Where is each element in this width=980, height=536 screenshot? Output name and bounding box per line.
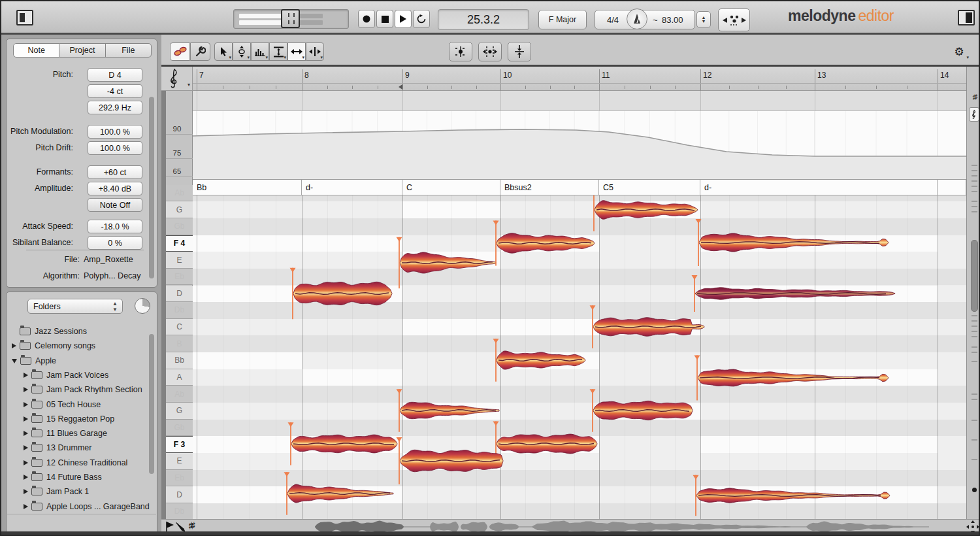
pitch-ruler-f3[interactable]: F 3 <box>166 436 193 453</box>
field-pitch-modulation-[interactable]: 100.0 % <box>88 125 142 139</box>
scale-sharps-icon[interactable]: ♯♯ <box>968 93 980 101</box>
tree-item[interactable]: Jam Pack Voices <box>24 369 108 382</box>
tab-file[interactable]: File <box>106 43 152 58</box>
leveling-macro-button[interactable] <box>508 42 531 61</box>
field--4-ct[interactable]: -4 ct <box>88 84 142 98</box>
settings-button[interactable]: ⚙▾ <box>949 43 970 60</box>
tree-item[interactable]: 14 Future Bass <box>24 471 102 484</box>
pitch-ruler-a[interactable]: A <box>166 369 193 386</box>
field-amplitude-[interactable]: +8.40 dB <box>88 182 142 195</box>
time-handle-tool[interactable]: ▾ <box>306 42 324 61</box>
disclosure-right-icon[interactable] <box>24 504 28 509</box>
tree-item[interactable]: 15 Reggaeton Pop <box>24 412 114 426</box>
content-pie-icon[interactable] <box>135 298 150 314</box>
correct-pitch-macro-button[interactable] <box>449 42 472 61</box>
disclosure-right-icon[interactable] <box>24 475 28 480</box>
field-sibilant-balance-[interactable]: 0 % <box>88 236 142 250</box>
chord-cell[interactable]: d- <box>302 180 402 195</box>
main-tool-arrow[interactable]: ▾ <box>214 42 233 61</box>
tree-item[interactable]: 11 Blues Garage <box>24 427 107 440</box>
sidebar-toggle-icon[interactable] <box>16 10 33 25</box>
pitch-ruler-d[interactable]: D <box>166 486 193 503</box>
disclosure-right-icon[interactable] <box>12 343 16 348</box>
field-pitch-[interactable]: D 4 <box>88 68 142 82</box>
disclosure-right-icon[interactable] <box>24 373 28 378</box>
pitch-ruler-ab[interactable]: Ab <box>166 185 193 202</box>
tab-note[interactable]: Note <box>13 43 59 58</box>
quantize-time-macro-button[interactable] <box>478 42 502 61</box>
marker-strip[interactable] <box>193 91 966 111</box>
pitch-tool[interactable]: ▾ <box>233 42 251 61</box>
pitch-ruler-e[interactable]: E <box>166 453 193 470</box>
disclosure-right-icon[interactable] <box>24 402 28 407</box>
tree-item[interactable]: Apple Loops ... GarageBand <box>24 500 150 513</box>
vertical-scrollbar-thumb[interactable] <box>971 240 978 312</box>
tempo-stepper[interactable]: ▲▼ <box>696 11 711 28</box>
tree-item[interactable]: Jazz Sessions <box>12 325 87 338</box>
tree-item[interactable]: Celemony songs <box>12 339 95 352</box>
pitch-ruler-d[interactable]: D <box>166 286 193 303</box>
tree-item[interactable]: Jam Pack Rhythm Section <box>24 383 142 396</box>
field-attack-speed-[interactable]: -18.0 % <box>88 220 142 233</box>
chord-track[interactable]: Bbd-CBbsus2C5d- <box>193 179 966 195</box>
blob-view-button[interactable] <box>170 42 190 61</box>
cycle-button[interactable] <box>413 10 430 28</box>
field-292-9-hz[interactable]: 292.9 Hz <box>88 101 142 114</box>
tree-item[interactable]: 05 Tech House <box>24 398 101 411</box>
tree-item[interactable]: 13 Drummer <box>24 441 91 454</box>
record-button[interactable] <box>358 10 375 28</box>
pitch-ruler-gb[interactable]: Gb <box>166 218 193 235</box>
tree-item[interactable]: Apple <box>12 354 56 367</box>
chord-cell[interactable]: C <box>402 180 500 195</box>
pitch-ruler-eb[interactable]: Eb <box>166 269 193 286</box>
disclosure-right-icon[interactable] <box>24 445 28 450</box>
timeline-overview[interactable]: ♯♯ <box>161 519 980 535</box>
note-grid[interactable] <box>193 195 966 519</box>
stop-button[interactable] <box>376 10 393 28</box>
pitch-ruler-g[interactable]: G <box>166 201 193 218</box>
play-button[interactable] <box>395 10 412 28</box>
metronome-icon[interactable] <box>627 8 647 29</box>
tab-project[interactable]: Project <box>59 43 105 58</box>
formant-tool[interactable]: ▾ <box>269 42 287 61</box>
timing-tool[interactable]: ▾ <box>287 42 306 61</box>
pitch-ruler-bb[interactable]: Bb <box>166 352 193 369</box>
browser-scrollbar[interactable] <box>149 334 154 474</box>
chord-cell[interactable] <box>938 180 966 195</box>
note-assignment-tool-button[interactable] <box>190 42 210 61</box>
pitch-ruler-ab[interactable]: Ab <box>166 386 193 403</box>
pitch-ruler-c[interactable]: C <box>166 319 193 336</box>
pitch-ruler-f4[interactable]: F 4 <box>166 235 193 252</box>
disclosure-right-icon[interactable] <box>24 387 28 392</box>
field-pitch-drift-[interactable]: 100.0 % <box>88 141 142 155</box>
clef-dropdown-icon[interactable]: ▾ <box>188 82 190 88</box>
chord-cell[interactable]: Bbsus2 <box>500 180 599 195</box>
field-formants-[interactable]: +60 ct <box>88 165 142 179</box>
key-button[interactable]: F Major <box>538 10 587 29</box>
disclosure-right-icon[interactable] <box>24 431 28 436</box>
inspector-scrollbar[interactable] <box>149 97 154 278</box>
pitch-ruler-e[interactable]: E <box>166 252 193 269</box>
field-note-off[interactable]: Note Off <box>88 198 142 212</box>
pitch-ruler-eb[interactable]: Eb <box>166 470 193 487</box>
pitch-ruler-gb[interactable]: Gb <box>166 420 193 437</box>
slider-handle[interactable] <box>281 9 300 28</box>
disclosure-right-icon[interactable] <box>24 416 28 422</box>
scale-clef-toggle[interactable] <box>969 107 979 122</box>
pitch-ruler-db[interactable]: Db <box>166 503 193 520</box>
chord-cell[interactable]: d- <box>700 180 938 195</box>
clef-corner[interactable]: ▾ <box>161 67 193 90</box>
tree-item[interactable]: 12 Chinese Traditional <box>24 456 127 469</box>
pitch-ruler-b[interactable]: B <box>166 335 193 352</box>
pan-zoom-icon[interactable] <box>966 520 979 533</box>
vibrato-tool[interactable]: ▾ <box>251 42 269 61</box>
pitch-ruler-g[interactable]: G <box>166 403 193 420</box>
chord-cell[interactable]: C5 <box>599 180 700 195</box>
right-scroll-lane[interactable]: ♯♯ <box>966 67 980 519</box>
panel-toggle-icon[interactable] <box>958 10 975 25</box>
zoom-scroll-slider[interactable] <box>233 9 349 29</box>
pitch-ruler-db[interactable]: Db <box>166 302 193 319</box>
chord-cell[interactable]: Bb <box>193 180 302 195</box>
folders-dropdown[interactable]: Folders ▲▼ <box>27 299 123 314</box>
tempo-lane[interactable] <box>193 111 966 179</box>
